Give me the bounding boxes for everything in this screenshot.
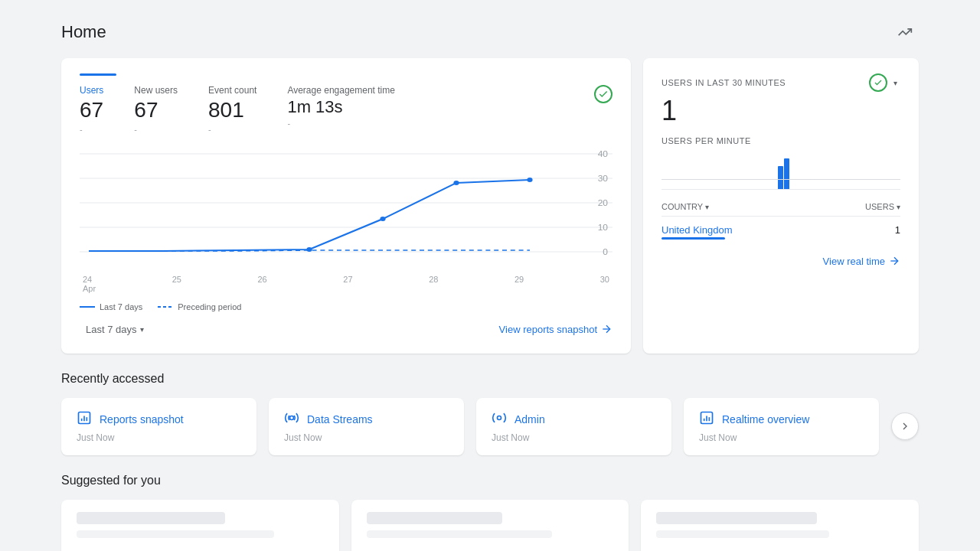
analytics-card: Users 67 - New users 67 - Event count 80… — [61, 58, 631, 354]
analytics-card-footer: Last 7 days ▾ View reports snapshot — [80, 321, 612, 338]
metric-users-label: Users — [80, 85, 103, 96]
suggested-card-2-sub-placeholder — [367, 530, 552, 538]
metrics-status — [594, 85, 612, 103]
data-streams-label: Data Streams — [307, 413, 373, 425]
suggested-card-3-placeholder — [656, 512, 817, 524]
page-title: Home — [61, 22, 106, 42]
suggested-card-1-placeholder — [77, 512, 225, 524]
realtime-overview-label: Realtime overview — [722, 413, 809, 425]
legend-preceding: Preceding period — [158, 302, 241, 311]
users-col-header[interactable]: USERS ▾ — [865, 202, 900, 211]
suggested-title: Suggested for you — [61, 474, 919, 487]
view-realtime-link[interactable]: View real time — [823, 255, 900, 267]
metric-new-users[interactable]: New users 67 - — [134, 85, 178, 134]
metric-event-count-value: 801 — [208, 97, 256, 123]
svg-point-12 — [453, 181, 459, 185]
users-tab-underline — [80, 73, 116, 76]
realtime-arrow-right-icon — [888, 255, 900, 267]
chart-x-labels: 24Apr 25 26 27 28 29 30 — [80, 275, 612, 293]
country-bar-indicator — [662, 237, 725, 240]
scroll-right-button[interactable] — [891, 412, 919, 440]
recently-accessed-section: Recently accessed Reports snapshot Just … — [61, 372, 919, 455]
realtime-card-footer: View real time — [662, 255, 900, 267]
realtime-bar-chart — [662, 152, 900, 190]
svg-point-21 — [498, 416, 501, 419]
suggested-card-1-sub-placeholder — [77, 530, 274, 538]
suggested-card-3[interactable] — [641, 500, 919, 551]
suggested-card-2[interactable] — [351, 500, 629, 551]
suggested-card-1[interactable] — [61, 500, 339, 551]
rt-bar-20 — [784, 158, 789, 189]
metric-engagement-value: 1m 13s — [287, 97, 395, 117]
realtime-overview-icon — [699, 410, 714, 429]
realtime-card: USERS IN LAST 30 MINUTES ▾ 1 USERS PER M… — [643, 58, 919, 354]
legend-last7: Last 7 days — [80, 302, 142, 311]
table-row: United Kingdom 1 — [662, 221, 900, 243]
recent-card-admin[interactable]: Admin Just Now — [476, 398, 671, 455]
realtime-overview-time: Just Now — [699, 432, 864, 443]
metric-new-users-label: New users — [134, 85, 178, 96]
metric-users-value: 67 — [80, 97, 103, 123]
suggested-card-2-placeholder — [367, 512, 502, 524]
reports-snapshot-time: Just Now — [77, 432, 241, 443]
realtime-dropdown-icon: ▾ — [893, 79, 897, 87]
legend-dashed-line — [158, 306, 173, 308]
svg-point-10 — [306, 247, 312, 252]
suggested-cards-row — [61, 500, 919, 551]
metric-new-users-sub: - — [134, 125, 178, 134]
admin-time: Just Now — [492, 432, 656, 443]
realtime-controls: ▾ — [869, 73, 900, 92]
suggested-card-3-sub-placeholder — [656, 530, 829, 538]
realtime-status-icon — [869, 73, 887, 92]
rt-bar-19 — [778, 166, 783, 189]
country-col-header[interactable]: COUNTRY ▾ — [662, 202, 709, 211]
metric-event-count-label: Event count — [208, 85, 256, 96]
country-users-count: 1 — [895, 224, 900, 240]
metric-engagement[interactable]: Average engagement time 1m 13s - — [287, 85, 395, 128]
metric-engagement-label: Average engagement time — [287, 85, 395, 96]
date-range-button[interactable]: Last 7 days ▾ — [80, 321, 150, 338]
metric-users-sub: - — [80, 125, 103, 134]
admin-label: Admin — [514, 413, 545, 425]
metric-new-users-value: 67 — [134, 97, 178, 123]
date-range-dropdown-icon: ▾ — [140, 325, 144, 334]
svg-text:0: 0 — [603, 248, 608, 256]
metric-users[interactable]: Users 67 - — [80, 85, 103, 134]
rt-chart-baseline — [662, 179, 900, 180]
realtime-users-value: 1 — [662, 95, 900, 127]
admin-icon — [492, 410, 507, 429]
svg-point-20 — [290, 416, 294, 419]
arrow-right-icon — [600, 323, 612, 335]
legend-solid-line — [80, 306, 95, 308]
recent-card-reports-snapshot[interactable]: Reports snapshot Just Now — [61, 398, 256, 455]
country-sort-icon: ▾ — [705, 203, 709, 211]
view-reports-snapshot-link[interactable]: View reports snapshot — [499, 323, 612, 335]
green-check-icon — [594, 85, 612, 103]
realtime-title: USERS IN LAST 30 MINUTES — [662, 78, 786, 87]
recent-card-realtime-overview[interactable]: Realtime overview Just Now — [684, 398, 879, 455]
trending-icon-button[interactable] — [891, 18, 919, 46]
realtime-dropdown-button[interactable]: ▾ — [890, 77, 900, 89]
recently-accessed-row: Reports snapshot Just Now Data Streams J… — [61, 398, 919, 455]
svg-text:10: 10 — [598, 223, 608, 232]
users-per-minute-label: USERS PER MINUTE — [662, 136, 900, 145]
metric-event-count-sub: - — [208, 125, 256, 134]
recently-accessed-title: Recently accessed — [61, 372, 919, 386]
svg-text:20: 20 — [598, 199, 608, 207]
country-name[interactable]: United Kingdom — [662, 224, 733, 236]
svg-point-13 — [527, 178, 532, 182]
chart-area: 40 30 20 10 0 — [80, 146, 612, 269]
metric-engagement-sub: - — [287, 119, 395, 128]
metric-event-count[interactable]: Event count 801 - — [208, 85, 256, 134]
svg-text:30: 30 — [598, 174, 608, 183]
metrics-row: Users 67 - New users 67 - Event count 80… — [80, 85, 612, 134]
recent-card-data-streams[interactable]: Data Streams Just Now — [269, 398, 464, 455]
svg-text:40: 40 — [598, 150, 608, 158]
data-streams-icon — [284, 410, 299, 429]
users-sort-icon: ▾ — [897, 203, 900, 211]
realtime-card-header: USERS IN LAST 30 MINUTES ▾ — [662, 73, 900, 92]
reports-snapshot-label: Reports snapshot — [100, 413, 184, 425]
chart-legend: Last 7 days Preceding period — [80, 302, 612, 311]
svg-point-11 — [380, 217, 385, 221]
suggested-section: Suggested for you — [61, 474, 919, 551]
